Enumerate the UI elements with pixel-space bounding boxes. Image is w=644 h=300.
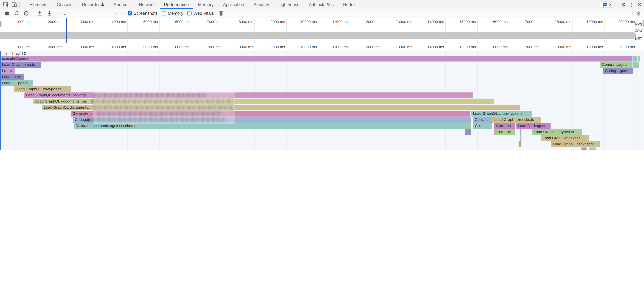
flame-bar-small[interactable]	[633, 56, 637, 61]
tab-redux[interactable]: Redux	[338, 0, 360, 9]
flamechart-gridline	[509, 51, 509, 150]
checkbox-memory[interactable]: Memory	[162, 11, 183, 16]
flame-bar[interactable]: Load GraphQL documents: package	[24, 92, 472, 98]
flame-bar-small[interactable]	[466, 123, 471, 129]
capture-settings-gear-icon[interactable]: ⚙	[636, 11, 641, 16]
flame-bar[interactable]: Load Gra…hema.ts	[0, 62, 41, 68]
flame-bar-label: Load Graph…/mocks.ts	[494, 117, 534, 122]
flame-bar-small[interactable]	[520, 129, 522, 135]
flame-bar[interactable]: Load Grap…/mocks.ts	[541, 135, 589, 141]
flame-bar[interactable]: Load G…kages/	[516, 123, 550, 129]
flame-bar-small[interactable]	[637, 62, 639, 68]
checkbox-web-vitals[interactable]: Web Vitals	[187, 11, 214, 16]
flame-bar-label: Genera…ages/	[602, 62, 627, 67]
tab-label: Sources	[114, 2, 130, 7]
flame-bar-small[interactable]	[520, 135, 522, 141]
overview-tick-label: 14000 ms	[419, 20, 444, 24]
flame-bar-small[interactable]	[633, 62, 637, 68]
flame-bar[interactable]: Gen….ts	[494, 123, 515, 129]
kebab-menu-icon[interactable]: ⋮	[629, 2, 634, 7]
overview-scrollbar-thumb[interactable]	[642, 20, 644, 27]
tab-application[interactable]: Application	[218, 0, 249, 9]
tab-console[interactable]: Console	[52, 0, 77, 9]
overview-left-handle[interactable]	[0, 21, 2, 27]
flame-bar-small[interactable]	[582, 147, 587, 150]
trash-icon[interactable]	[218, 11, 224, 16]
tab-security[interactable]: Security	[249, 0, 274, 9]
track-label-fps: FPS	[634, 22, 643, 26]
collapse-caret-icon[interactable]: ▼	[5, 52, 8, 55]
filmstrip-track[interactable]	[0, 32, 636, 39]
tab-performance[interactable]: Performance	[160, 0, 193, 9]
flame-bar[interactable]: Genera…ages/	[600, 62, 632, 68]
checkbox-unchecked-icon[interactable]	[162, 11, 166, 16]
tab-adblock-plus[interactable]: Adblock Plus	[304, 0, 338, 9]
overview-tick-label: 5000 ms	[132, 20, 158, 24]
load-profile-icon[interactable]	[37, 11, 42, 16]
overview-tick-label: 6000 ms	[164, 20, 190, 24]
flame-bar[interactable]: Load Graph…n-types.ts	[532, 129, 582, 135]
reload-and-record-button[interactable]	[14, 11, 20, 16]
thread-label: Thread 0	[10, 52, 26, 56]
issues-badge[interactable]: 3	[600, 2, 614, 8]
ruler-tick-label: 19000 ms	[578, 45, 603, 49]
flame-bar-label: Gen…ts	[474, 117, 488, 122]
overview-divider-line	[0, 31, 644, 31]
flame-bar[interactable]: Lo…s	[0, 68, 15, 74]
checkbox-checked-icon[interactable]: ✓	[128, 11, 132, 16]
flame-bar-label: Load GraphQL documents:	[44, 105, 89, 109]
tab-label: Redux	[343, 2, 356, 7]
timeline-overview[interactable]: 1000 ms2000 ms3000 ms4000 ms5000 ms6000 …	[0, 18, 644, 43]
overview-tick-label: 1000 ms	[6, 20, 30, 24]
record-button[interactable]	[4, 11, 10, 16]
redaction-blur-overlay	[93, 91, 235, 124]
flamechart-ruler: 1000 ms2000 ms3000 ms4000 ms5000 ms6000 …	[0, 43, 644, 51]
flame-bar[interactable]: Load G…pes.ts	[0, 80, 33, 86]
flame-bar[interactable]: Load GraphQL …urn-types.ts	[471, 111, 532, 116]
tabbar-left-icons	[0, 0, 23, 9]
flame-bar[interactable]: Co…ts	[473, 123, 492, 129]
tab-lighthouse[interactable]: Lighthouse	[274, 0, 304, 9]
tab-label: Security	[253, 2, 269, 7]
divider	[124, 11, 124, 16]
ruler-tick-label: 2000 ms	[37, 45, 62, 49]
tab-elements[interactable]: Elements	[25, 0, 52, 9]
checkbox-label: Screenshots	[134, 11, 158, 16]
flame-bar-small[interactable]	[589, 147, 596, 150]
tab-memory[interactable]: Memory	[193, 0, 218, 9]
flame-bar[interactable]: Load GraphQ…ed/types.ts	[14, 86, 71, 92]
flame-bar-small[interactable]	[465, 129, 471, 135]
flame-bar[interactable]: Cod….ts	[494, 129, 515, 135]
flame-bar-small[interactable]	[637, 56, 640, 61]
flame-bar[interactable]: Codeg…ges/	[603, 68, 633, 74]
tab-recorder[interactable]: Recorder	[77, 0, 109, 9]
divider	[20, 2, 20, 7]
inspect-element-icon[interactable]	[3, 2, 9, 8]
clear-recording-icon[interactable]	[23, 11, 29, 16]
device-toolbar-icon[interactable]	[11, 2, 17, 8]
performance-toolbar: #1 ▼ ✓ScreenshotsMemoryWeb Vitals ⚙	[0, 9, 644, 18]
flame-bar-label: Load GraphQL documents: package	[26, 93, 87, 97]
close-devtools-icon[interactable]: ✕	[638, 2, 642, 7]
flame-bar[interactable]: Load …s.ts	[0, 74, 24, 80]
overview-tick-label: 4000 ms	[101, 20, 126, 24]
dcl-marker-line	[66, 18, 67, 43]
flame-bar-small[interactable]	[520, 141, 521, 147]
tab-sources[interactable]: Sources	[109, 0, 134, 9]
checkbox-screenshots[interactable]: ✓Screenshots	[128, 11, 158, 16]
tab-network[interactable]: Network	[134, 0, 160, 9]
settings-gear-icon[interactable]: ⚙	[621, 2, 626, 7]
flame-bar[interactable]: Load Graph…/mocks.ts	[492, 117, 541, 123]
thread-track-header[interactable]: ▼ Thread 0	[5, 51, 26, 56]
profile-select[interactable]: #1 ▼	[60, 10, 120, 17]
divider	[56, 11, 56, 16]
flame-bar[interactable]: Gen…ts	[473, 117, 492, 123]
ruler-tick-label: 6000 ms	[164, 45, 190, 49]
ruler-tick-label: 14000 ms	[419, 45, 444, 49]
flamechart-area[interactable]: ▼ Thread 0 executeCodegenLoad Gra…hema.t…	[0, 51, 644, 150]
flame-bar[interactable]: executeCodegen	[0, 56, 632, 61]
flame-bar-label: Gen….ts	[496, 123, 511, 128]
flame-bar[interactable]: Load Graph…packages/	[551, 141, 600, 147]
save-profile-icon[interactable]	[46, 11, 52, 16]
checkbox-unchecked-icon[interactable]	[187, 11, 192, 16]
